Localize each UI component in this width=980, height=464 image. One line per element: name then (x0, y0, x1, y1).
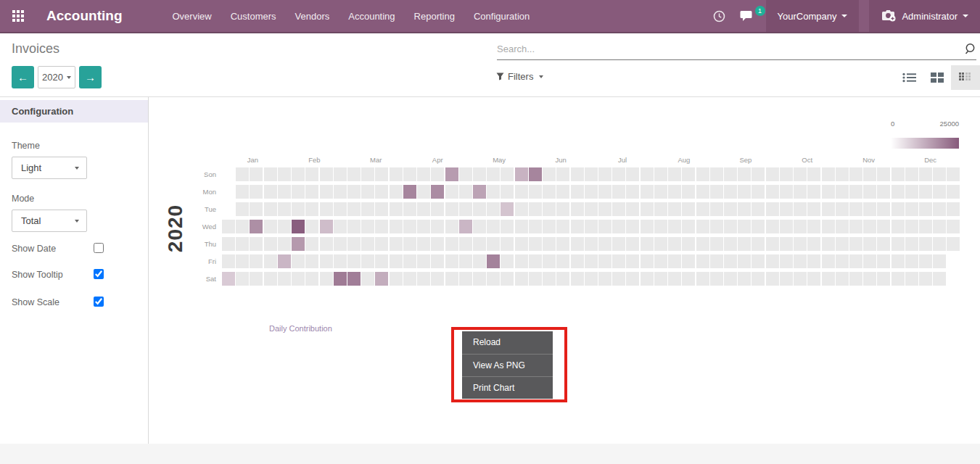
heatmap-cell[interactable] (347, 272, 361, 286)
heatmap-cell[interactable] (556, 272, 569, 286)
heatmap-cell[interactable] (947, 202, 960, 216)
heatmap-cell[interactable] (933, 272, 946, 286)
heatmap-cell[interactable] (292, 220, 305, 233)
heatmap-cell[interactable] (794, 237, 807, 251)
heatmap-cell[interactable] (654, 254, 667, 268)
heatmap-cell[interactable] (347, 237, 361, 251)
heatmap-cell[interactable] (752, 202, 765, 216)
heatmap-cell[interactable] (459, 237, 472, 251)
heatmap-cell[interactable] (515, 237, 528, 251)
heatmap-cell[interactable] (849, 272, 862, 286)
heatmap-cell[interactable] (515, 185, 528, 199)
heatmap-cell[interactable] (473, 237, 486, 251)
heatmap-cell[interactable] (933, 220, 946, 233)
heatmap-cell[interactable] (780, 254, 793, 268)
heatmap-cell[interactable] (863, 237, 876, 251)
heatmap-cell[interactable] (766, 167, 779, 181)
heatmap-cell[interactable] (571, 237, 584, 251)
heatmap-cell[interactable] (236, 202, 249, 216)
heatmap-cell[interactable] (752, 254, 765, 268)
heatmap-cell[interactable] (668, 167, 681, 181)
heatmap-cell[interactable] (612, 272, 625, 286)
previous-year-button[interactable]: ← (12, 66, 34, 88)
heatmap-cell[interactable] (334, 167, 347, 181)
heatmap-cell[interactable] (696, 167, 709, 181)
heatmap-cell[interactable] (668, 272, 681, 286)
heatmap-cell[interactable] (780, 185, 793, 199)
heatmap-cell[interactable] (807, 272, 820, 286)
heatmap-cell[interactable] (585, 237, 598, 251)
heatmap-cell[interactable] (334, 202, 347, 216)
heatmap-cell[interactable] (390, 272, 403, 286)
heatmap-cell[interactable] (724, 272, 737, 286)
user-menu[interactable]: Administrator (869, 0, 980, 32)
heatmap-cell[interactable] (738, 220, 751, 233)
heatmap-cell[interactable] (905, 167, 918, 181)
heatmap-cell[interactable] (501, 167, 514, 181)
activities-button[interactable] (706, 0, 733, 32)
heatmap-cell[interactable] (626, 254, 639, 268)
heatmap-cell[interactable] (515, 254, 528, 268)
config-checkbox[interactable] (94, 243, 104, 253)
heatmap-cell[interactable] (863, 220, 876, 233)
heatmap-cell[interactable] (668, 237, 681, 251)
heatmap-cell[interactable] (571, 272, 584, 286)
heatmap-cell[interactable] (863, 185, 876, 199)
heatmap-cell[interactable] (417, 272, 430, 286)
heatmap-cell[interactable] (473, 220, 486, 233)
heatmap-cell[interactable] (710, 220, 723, 233)
heatmap-cell[interactable] (347, 185, 361, 199)
heatmap-cell[interactable] (417, 254, 430, 268)
heatmap-cell[interactable] (780, 167, 793, 181)
heatmap-cell[interactable] (305, 237, 318, 251)
menu-configuration[interactable]: Configuration (464, 0, 539, 32)
heatmap-cell[interactable] (487, 272, 500, 286)
search-input[interactable]: Search... (497, 41, 976, 60)
heatmap-cell[interactable] (794, 167, 807, 181)
heatmap-cell[interactable] (459, 202, 472, 216)
heatmap-cell[interactable] (947, 167, 960, 181)
heatmap-cell[interactable] (919, 237, 932, 251)
heatmap-cell[interactable] (849, 220, 862, 233)
heatmap-cell[interactable] (682, 167, 695, 181)
heatmap-cell[interactable] (919, 202, 932, 216)
heatmap-cell[interactable] (320, 185, 333, 199)
heatmap-cell[interactable] (543, 167, 556, 181)
heatmap-cell[interactable] (417, 220, 430, 233)
heatmap-cell[interactable] (836, 185, 849, 199)
heatmap-cell[interactable] (668, 254, 681, 268)
heatmap-cell[interactable] (738, 185, 751, 199)
heatmap-cell[interactable] (766, 202, 779, 216)
heatmap-cell[interactable] (863, 272, 876, 286)
heatmap-cell[interactable] (919, 272, 932, 286)
heatmap-cell[interactable] (334, 220, 347, 233)
heatmap-cell[interactable] (459, 185, 472, 199)
heatmap-cell[interactable] (529, 272, 542, 286)
heatmap-cell[interactable] (390, 167, 403, 181)
heatmap-cell[interactable] (905, 220, 918, 233)
heatmap-cell[interactable] (654, 167, 667, 181)
heatmap-cell[interactable] (292, 167, 305, 181)
heatmap-cell[interactable] (347, 220, 361, 233)
heatmap-cell[interactable] (849, 254, 862, 268)
heatmap-cell[interactable] (473, 272, 486, 286)
heatmap-cell[interactable] (598, 254, 612, 268)
heatmap-cell[interactable] (626, 167, 639, 181)
heatmap-cell[interactable] (334, 254, 347, 268)
heatmap-cell[interactable] (836, 220, 849, 233)
apps-menu-button[interactable] (0, 0, 36, 32)
menu-customers[interactable]: Customers (221, 0, 286, 32)
heatmap-cell[interactable] (292, 272, 305, 286)
heatmap-cell[interactable] (236, 185, 249, 199)
heatmap-cell[interactable] (264, 254, 277, 268)
heatmap-cell[interactable] (654, 237, 667, 251)
heatmap-cell[interactable] (696, 185, 709, 199)
heatmap-cell[interactable] (863, 167, 876, 181)
heatmap-cell[interactable] (738, 237, 751, 251)
menu-vendors[interactable]: Vendors (286, 0, 339, 32)
kanban-view-button[interactable] (923, 66, 951, 89)
heatmap-cell[interactable] (682, 272, 695, 286)
heatmap-cell[interactable] (571, 202, 584, 216)
heatmap-cell[interactable] (571, 220, 584, 233)
heatmap-cell[interactable] (641, 167, 654, 181)
